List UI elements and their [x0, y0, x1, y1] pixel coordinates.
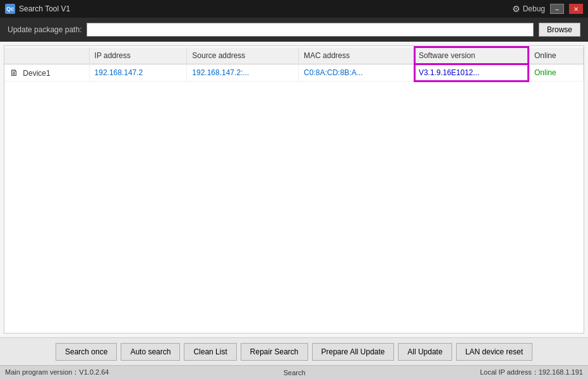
debug-button[interactable]: ⚙ Debug: [512, 4, 545, 14]
minimize-button[interactable]: –: [550, 4, 564, 14]
col-ip: IP address: [89, 47, 187, 64]
minimize-icon: –: [555, 6, 559, 13]
device-name: Device1: [23, 69, 50, 78]
device-ip: 192.168.147.2: [89, 64, 187, 81]
table-row[interactable]: 🗎 Device1 192.168.147.2 192.168.147.2:..…: [4, 64, 584, 81]
title-bar-left: Qc Search Tool V1: [5, 4, 70, 14]
status-bar: Main program version：V1.0.2.64 Search Lo…: [0, 365, 588, 379]
table-header-row: IP address Source address MAC address So…: [4, 47, 584, 64]
local-ip: Local IP address：192.168.1.191: [480, 368, 583, 377]
col-source: Source address: [187, 47, 299, 64]
path-bar: Update package path: Browse: [0, 18, 588, 42]
gear-icon: ⚙: [512, 4, 520, 14]
device-software: V3.1.9.16E1012...: [414, 64, 528, 81]
title-bar: Qc Search Tool V1 ⚙ Debug – ✕: [0, 0, 588, 18]
col-software: Software version: [414, 47, 528, 64]
main-version: Main program version：V1.0.2.64: [5, 368, 109, 377]
close-button[interactable]: ✕: [569, 4, 583, 14]
device-mac: C0:8A:CD:8B:A...: [299, 64, 415, 81]
col-name: [4, 47, 89, 64]
browse-button[interactable]: Browse: [539, 23, 580, 37]
path-label: Update package path:: [8, 25, 81, 34]
device-source: 192.168.147.2:...: [187, 64, 299, 81]
app-icon: Qc: [5, 4, 15, 14]
app-title: Search Tool V1: [19, 4, 70, 13]
lan-device-reset-button[interactable]: LAN device reset: [456, 343, 532, 361]
device-table: IP address Source address MAC address So…: [4, 46, 584, 82]
main-content: IP address Source address MAC address So…: [0, 42, 588, 337]
repair-search-button[interactable]: Repair Search: [241, 343, 308, 361]
path-input[interactable]: [87, 23, 534, 37]
bottom-bar: Search once Auto search Clean List Repai…: [0, 337, 588, 365]
debug-label: Debug: [523, 4, 545, 13]
search-label: Search: [284, 369, 306, 376]
device-doc-icon: 🗎: [9, 68, 18, 78]
close-icon: ✕: [573, 6, 579, 13]
prepare-all-update-button[interactable]: Prepare All Update: [312, 343, 395, 361]
title-controls: ⚙ Debug – ✕: [512, 4, 583, 14]
all-update-button[interactable]: All Update: [398, 343, 452, 361]
col-mac: MAC address: [299, 47, 415, 64]
clean-list-button[interactable]: Clean List: [184, 343, 236, 361]
search-once-button[interactable]: Search once: [56, 343, 117, 361]
device-online: Online: [529, 64, 584, 81]
col-online: Online: [529, 47, 584, 64]
auto-search-button[interactable]: Auto search: [121, 343, 180, 361]
device-table-container: IP address Source address MAC address So…: [4, 45, 584, 334]
device-name-cell: 🗎 Device1: [4, 64, 89, 81]
